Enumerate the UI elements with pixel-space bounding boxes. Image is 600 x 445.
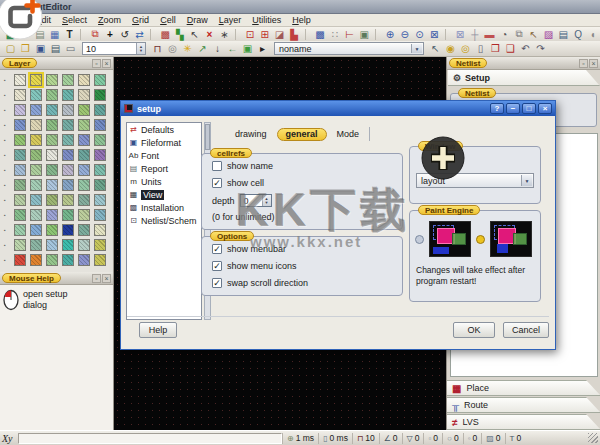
layer-swatch[interactable] <box>78 239 90 251</box>
layer-swatch[interactable] <box>30 209 42 221</box>
doc-image-icon[interactable]: ▤ <box>556 28 571 41</box>
layer-swatch[interactable] <box>14 149 26 161</box>
layer-swatch[interactable] <box>62 209 74 221</box>
menu-utilities[interactable]: Utilities <box>252 15 281 25</box>
new-file-icon[interactable]: ▢ <box>3 42 18 55</box>
layer-swatch[interactable] <box>46 149 58 161</box>
dialog-close-button[interactable]: × <box>538 103 552 114</box>
delete-cell-icon[interactable]: ▯ <box>473 42 488 55</box>
pick-icon[interactable]: ↖ <box>526 28 541 41</box>
layer-swatch[interactable] <box>46 209 58 221</box>
layer-swatch[interactable] <box>30 149 42 161</box>
setup-nav-defaults[interactable]: ⇄Defaults <box>127 123 201 136</box>
layer-swatch[interactable] <box>78 209 90 221</box>
new-cell-icon[interactable]: ◉ <box>443 42 458 55</box>
zoom-full-icon[interactable]: ⊙ <box>412 28 427 41</box>
layer-swatch[interactable] <box>30 239 42 251</box>
layer-swatch[interactable] <box>78 224 90 236</box>
flag-icon[interactable]: ▸ <box>255 42 270 55</box>
panel-close-button[interactable]: × <box>102 274 111 283</box>
chevron-down-icon[interactable]: ▼ <box>521 175 532 186</box>
layer-swatch[interactable] <box>30 179 42 191</box>
layer-swatch[interactable] <box>14 179 26 191</box>
cancel-button[interactable]: Cancel <box>503 322 549 338</box>
layer-swatch[interactable] <box>14 194 26 206</box>
panel-close-button[interactable]: × <box>589 59 598 68</box>
select-cell-icon[interactable]: ▚ <box>173 28 188 41</box>
menu-select[interactable]: Select <box>62 15 87 25</box>
setup-nav-report[interactable]: ▤Report <box>127 162 201 175</box>
undo-icon[interactable]: ↶ <box>518 42 533 55</box>
layer-swatch[interactable] <box>14 74 26 86</box>
layer-swatch[interactable] <box>94 179 106 191</box>
mirror-icon[interactable]: ⇄ <box>132 28 147 41</box>
setup-nav-installation[interactable]: ▩Installation <box>127 201 201 214</box>
layer-swatch[interactable] <box>30 164 42 176</box>
lamp-icon[interactable]: ◎ <box>165 42 180 55</box>
zoom-in-icon[interactable]: ⊕ <box>383 28 398 41</box>
menu-zoom[interactable]: Zoom <box>98 15 121 25</box>
section-route[interactable]: ╥Route <box>447 397 600 413</box>
layer-swatch[interactable] <box>78 254 90 266</box>
hierarchy-icon[interactable]: ⊢ <box>342 28 357 41</box>
panel-close-button[interactable]: × <box>102 59 111 68</box>
duplicate-view-icon[interactable]: ⧉ <box>512 28 527 41</box>
dialog-maximize-button[interactable]: □ <box>522 103 536 114</box>
arrow-up-icon[interactable]: ↗ <box>195 42 210 55</box>
delete-icon[interactable]: × <box>202 28 217 41</box>
group-icon[interactable]: ⊡ <box>243 28 258 41</box>
layer-swatch[interactable] <box>30 89 42 101</box>
save-file-icon[interactable]: ▣ <box>33 42 48 55</box>
layer-swatch[interactable] <box>78 119 90 131</box>
workbench-icon[interactable]: ⊓ <box>150 42 165 55</box>
netlist-panel-header[interactable]: Netlist ▫× <box>447 57 600 70</box>
export-image-icon[interactable]: ▤ <box>48 42 63 55</box>
layer-swatch[interactable] <box>62 104 74 116</box>
layer-swatch[interactable] <box>94 134 106 146</box>
layer-swatch[interactable] <box>14 254 26 266</box>
cell-name-combo[interactable]: noname ▼ <box>274 42 424 55</box>
layer-swatch[interactable] <box>94 209 106 221</box>
layer-swatch[interactable] <box>46 104 58 116</box>
print-icon[interactable]: ▭ <box>63 42 78 55</box>
resize-grip[interactable] <box>588 433 598 443</box>
grid-spinbox[interactable]: 10 ▲▼ <box>82 42 146 55</box>
layer-swatch[interactable] <box>46 194 58 206</box>
panel-float-button[interactable]: ▫ <box>92 59 101 68</box>
layer-swatch[interactable] <box>14 209 26 221</box>
layer-swatch[interactable] <box>78 134 90 146</box>
checkbox-show-menu-icons[interactable]: ✓show menu icons <box>212 261 402 271</box>
layer-swatch[interactable] <box>30 104 42 116</box>
redo-icon[interactable]: ↷ <box>533 42 548 55</box>
layer-swatch[interactable] <box>30 119 42 131</box>
select-shape-icon[interactable]: ▩ <box>158 28 173 41</box>
layer-swatch[interactable] <box>78 89 90 101</box>
rotate-icon[interactable]: ↺ <box>117 28 132 41</box>
layer-swatch[interactable] <box>94 254 106 266</box>
layer-swatch[interactable] <box>94 194 106 206</box>
macro-icon[interactable]: Q <box>571 28 586 41</box>
layer-swatch[interactable] <box>78 104 90 116</box>
layer-swatch[interactable] <box>62 89 74 101</box>
split-colors-icon[interactable]: ▨ <box>541 28 556 41</box>
layer-swatch[interactable] <box>46 134 58 146</box>
select-region-icon[interactable]: ⊠ <box>453 28 468 41</box>
pointer-icon[interactable]: ↖ <box>187 28 202 41</box>
layer-swatch[interactable] <box>14 104 26 116</box>
timer-icon[interactable]: ◔ <box>497 28 512 41</box>
layer-swatch[interactable] <box>78 149 90 161</box>
layer-swatch[interactable] <box>14 134 26 146</box>
layer-swatch[interactable] <box>78 194 90 206</box>
layer-swatch[interactable] <box>94 224 106 236</box>
snapshot-icon[interactable]: ▣ <box>357 28 372 41</box>
merge-icon[interactable]: ◪ <box>272 28 287 41</box>
tab-general[interactable]: general <box>277 128 327 141</box>
menu-grid[interactable]: Grid <box>132 15 149 25</box>
menu-cell[interactable]: Cell <box>160 15 176 25</box>
menu-layer[interactable]: Layer <box>219 15 242 25</box>
open-cell-icon[interactable]: ◎ <box>458 42 473 55</box>
layer-swatch[interactable] <box>46 254 58 266</box>
layer-swatch[interactable] <box>78 74 90 86</box>
layer-swatch[interactable] <box>62 239 74 251</box>
help-button[interactable]: Help <box>139 322 177 338</box>
